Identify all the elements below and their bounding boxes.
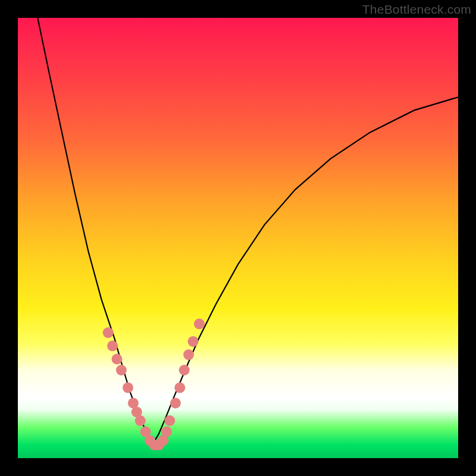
highlight-dot (183, 349, 194, 360)
highlight-dot (135, 415, 146, 426)
highlight-dot (161, 427, 172, 437)
highlight-dot (123, 383, 133, 393)
outer-frame: TheBottleneck.com (0, 0, 476, 476)
curve-layer (18, 18, 458, 458)
highlight-dot (164, 415, 175, 426)
curve-right-branch (152, 97, 458, 445)
highlight-dot (174, 383, 185, 393)
highlight-dot (179, 365, 190, 375)
highlight-dot (116, 365, 127, 375)
highlight-dot (112, 354, 123, 365)
highlight-dot (103, 327, 114, 338)
highlight-dots-group (103, 318, 205, 450)
highlight-dot (194, 318, 205, 329)
highlight-dot (170, 398, 181, 409)
highlight-dot (107, 340, 118, 351)
highlight-dot (188, 336, 199, 347)
watermark-text: TheBottleneck.com (362, 2, 471, 17)
curve-left-branch (37, 18, 152, 445)
